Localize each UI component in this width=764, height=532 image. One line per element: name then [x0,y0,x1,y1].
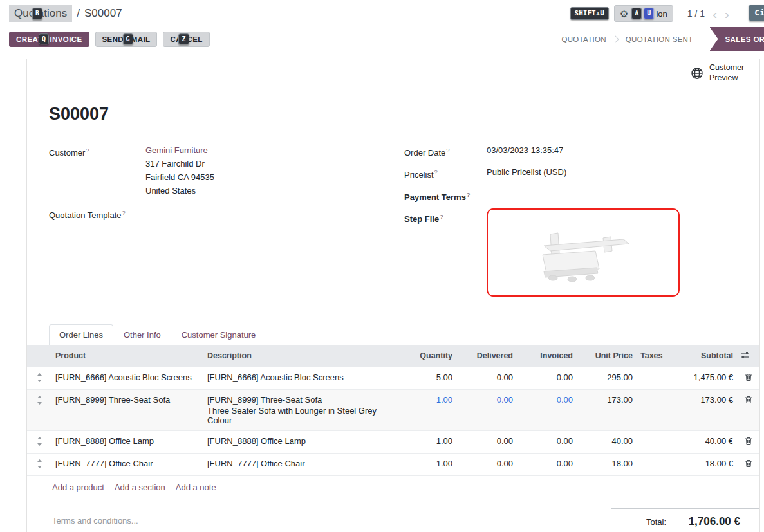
drag-handle[interactable] [27,389,51,430]
delivered-cell[interactable]: 0.00 [456,430,517,453]
create-invoice-button[interactable]: CREATE INVOICE Q [9,32,89,47]
table-header-row: Product Description Quantity Delivered I… [27,345,759,367]
quantity-cell[interactable]: 1.00 [396,389,456,430]
invoiced-column-header[interactable]: Invoiced [517,345,577,367]
record-title[interactable]: S00007 [49,104,734,124]
invoiced-cell[interactable]: 0.00 [517,453,577,475]
pager-previous-button[interactable]: ‹ [713,7,717,21]
status-step-quotation[interactable]: QUOTATION [551,35,616,43]
action-menu-button[interactable]: ⚙ A U ion [614,5,673,22]
add-a-product-link[interactable]: Add a product [52,482,104,492]
subtotal-cell[interactable]: 40.00 € [669,430,737,453]
table-row[interactable]: [FURN_7777] Office Chair [FURN_7777] Off… [27,453,759,475]
hotkey-hint-a: A [631,8,642,19]
product-cell[interactable]: [FURN_7777] Office Chair [51,453,203,475]
customer-link[interactable]: Gemini Furniture [145,145,208,155]
taxes-cell[interactable] [637,389,669,430]
product-cell[interactable]: [FURN_6666] Acoustic Bloc Screens [51,367,203,389]
hotkey-hint-g: G [123,33,133,45]
unit-price-cell[interactable]: 40.00 [577,430,637,453]
breadcrumb-current: S00007 [84,7,122,20]
taxes-column-header[interactable]: Taxes [637,345,669,367]
handle-column-header [27,345,51,367]
help-icon: ? [440,213,443,220]
breadcrumb: Quotations B / S00007 [9,5,122,22]
description-cell[interactable]: [FURN_6666] Acoustic Bloc Screens [203,367,396,389]
order-date-label: Order Date? [404,143,487,160]
order-lines-table: Product Description Quantity Delivered I… [27,345,759,476]
delete-row-button[interactable] [737,453,759,475]
invoiced-cell[interactable]: 0.00 [517,430,577,453]
tab-other-info[interactable]: Other Info [113,324,171,345]
invoiced-cell[interactable]: 0.00 [517,389,577,430]
pricelist-value[interactable]: Public Pricelist (USD) [487,165,566,181]
subtotal-column-header[interactable]: Subtotal [669,345,737,367]
field-group-left: Customer? Gemini Furniture 317 Fairchild… [49,143,404,302]
unit-price-column-header[interactable]: Unit Price [577,345,637,367]
description-cell[interactable]: [FURN_8999] Three-Seat Sofa Three Seater… [203,389,396,430]
subtotal-cell[interactable]: 173.00 € [669,389,737,430]
unit-price-cell[interactable]: 173.00 [577,389,637,430]
taxes-cell[interactable] [637,367,669,389]
tab-customer-signature[interactable]: Customer Signature [171,324,266,345]
status-step-quotation-sent[interactable]: QUOTATION SENT [615,35,703,43]
drag-handle[interactable] [27,430,51,453]
delivered-cell[interactable]: 0.00 [456,389,517,430]
pager-next-button[interactable]: › [725,7,729,21]
order-date-value[interactable]: 03/03/2023 13:35:47 [487,143,563,160]
description-column-header[interactable]: Description [203,345,396,367]
form-sheet: Customer Preview S00007 Customer? Gemini… [26,59,760,532]
pricelist-field-row: Pricelist? Public Pricelist (USD) [404,165,734,181]
drag-handle[interactable] [27,453,51,475]
quantity-cell[interactable]: 5.00 [396,367,456,389]
tab-order-lines[interactable]: Order Lines [49,324,113,345]
product-column-header[interactable]: Product [51,345,203,367]
step-file-image[interactable] [487,208,680,297]
add-a-section-link[interactable]: Add a section [115,482,165,492]
table-row[interactable]: [FURN_8888] Office Lamp [FURN_8888] Offi… [27,430,759,453]
trash-icon [745,437,752,445]
optional-columns-button[interactable] [737,345,759,367]
delete-row-button[interactable] [737,367,759,389]
help-icon: ? [122,209,126,216]
delete-row-button[interactable] [737,430,759,453]
add-a-note-link[interactable]: Add a note [176,482,216,492]
cancel-button[interactable]: CANCEL Z [163,32,209,47]
product-cell[interactable]: [FURN_8888] Office Lamp [51,430,203,453]
send-email-button[interactable]: SEND EMAIL G [95,32,158,47]
taxes-cell[interactable] [637,453,669,475]
breadcrumb-quotations-link[interactable]: Quotations B [9,5,72,22]
step-file-field-row: Step File? [404,210,734,297]
product-cell[interactable]: [FURN_8999] Three-Seat Sofa [51,389,203,430]
status-step-sales-order[interactable]: SALES ORDER [710,27,764,51]
field-groups: Customer? Gemini Furniture 317 Fairchild… [49,143,734,302]
quantity-cell[interactable]: 1.00 [396,430,456,453]
delivered-cell[interactable]: 0.00 [456,453,517,475]
subtotal-cell[interactable]: 18.00 € [669,453,737,475]
unit-price-cell[interactable]: 295.00 [577,367,637,389]
customer-preview-button[interactable]: Customer Preview [680,59,759,87]
delivered-cell[interactable]: 0.00 [456,367,517,389]
description-cell[interactable]: [FURN_8888] Office Lamp [203,430,396,453]
subtotal-cell[interactable]: 1,475.00 € [669,367,737,389]
quantity-column-header[interactable]: Quantity [396,345,456,367]
hotkey-hint-corner: Ci [749,5,764,21]
description-cell[interactable]: [FURN_7777] Office Chair [203,453,396,475]
delete-row-button[interactable] [737,389,759,430]
customer-city: Fairfield CA 94535 [145,170,214,184]
quantity-cell[interactable]: 1.00 [396,453,456,475]
table-row[interactable]: [FURN_6666] Acoustic Bloc Screens [FURN_… [27,367,759,389]
sheet-top-bar: Customer Preview [27,59,759,87]
help-icon: ? [446,147,449,154]
globe-icon [691,67,703,80]
unit-price-cell[interactable]: 18.00 [577,453,637,475]
delivered-column-header[interactable]: Delivered [456,345,517,367]
terms-and-conditions-placeholder[interactable]: Terms and conditions... [52,508,138,526]
drag-handle[interactable] [27,367,51,389]
taxes-cell[interactable] [637,430,669,453]
step-file-label: Step File? [404,210,487,297]
customer-country: United States [145,184,214,197]
invoiced-cell[interactable]: 0.00 [517,367,577,389]
step-file-3d-render [522,220,644,284]
table-row[interactable]: [FURN_8999] Three-Seat Sofa [FURN_8999] … [27,389,759,430]
